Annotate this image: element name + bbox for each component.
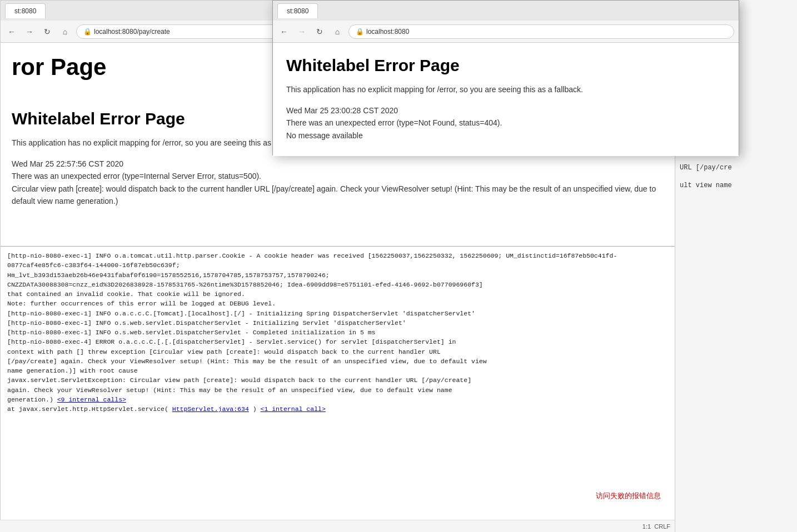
log-line-4: that contained an invalid cookie. That c… xyxy=(7,289,671,299)
log-line-1: [http-nio-8080-exec-1] INFO o.a.tomcat.u… xyxy=(7,251,671,270)
bg-error-line2: Circular view path [create]: would dispa… xyxy=(12,183,666,208)
red-label-text: 访问失败的报错信息 xyxy=(596,492,661,500)
bg-log-section: [http-nio-8080-exec-1] INFO o.a.tomcat.u… xyxy=(1,246,678,513)
fg-reload-button[interactable]: ↻ xyxy=(313,25,326,38)
log-line-15: generation.) <9 internal calls> xyxy=(7,395,671,404)
log-at-end: ) xyxy=(253,405,261,413)
bg-error-line1: There was an unexpected error (type=Inte… xyxy=(12,170,666,182)
fg-address-bar: ← → ↻ ⌂ 🔒 localhost:8080 xyxy=(273,21,739,43)
status-bar: 1:1 CRLF xyxy=(0,520,675,532)
httpservlet-link[interactable]: HttpServlet.java:634 xyxy=(172,405,249,413)
log-at-text: at javax.servlet.http.HttpServlet.servic… xyxy=(7,405,168,413)
log-line-5: Note: further occurrences of this error … xyxy=(7,299,671,308)
status-encoding: CRLF xyxy=(654,523,670,530)
fg-forward-button[interactable]: → xyxy=(295,25,308,38)
internal-calls-link[interactable]: <9 internal calls> xyxy=(57,396,126,403)
fg-back-button[interactable]: ← xyxy=(277,25,291,38)
bg-url-text: localhost:8080/pay/create xyxy=(94,28,170,36)
log-line-9: [http-nio-8080-exec-4] ERROR o.a.c.c.C.[… xyxy=(7,337,671,347)
home-button[interactable]: ⌂ xyxy=(58,25,72,38)
log-line-10: context with path [] threw exception [Ci… xyxy=(7,347,671,357)
reload-button[interactable]: ↻ xyxy=(41,25,54,38)
fg-error-details: Wed Mar 25 23:00:28 CST 2020 There was a… xyxy=(286,104,725,142)
log-line-2: Hm_lvt_b393d153aeb26b46e9431fabaf0f6190=… xyxy=(7,270,671,280)
log-line-12: name generation.)] with root cause xyxy=(7,366,671,375)
log-line-14: again. Check your ViewResolver setup! (H… xyxy=(7,385,671,395)
fg-tab-bar: st:8080 xyxy=(273,1,739,21)
log-line-15-text: generation.) xyxy=(7,396,57,403)
log-line-11: [/pay/create] again. Check your ViewReso… xyxy=(7,357,671,366)
fg-error-title: Whitelabel Error Page xyxy=(286,56,725,75)
bg-partial-title: ror Page xyxy=(12,54,106,81)
fg-error-line1: There was an unexpected error (type=Not … xyxy=(286,117,725,129)
status-position: 1:1 xyxy=(642,523,651,530)
fg-tab[interactable]: st:8080 xyxy=(277,3,318,18)
back-button[interactable]: ← xyxy=(5,25,18,38)
fg-url-input[interactable]: 🔒 localhost:8080 xyxy=(348,24,734,39)
forward-button[interactable]: → xyxy=(23,25,36,38)
fg-error-line2: No message available xyxy=(286,129,725,142)
lock-icon: 🔒 xyxy=(83,28,92,36)
fg-home-button[interactable]: ⌂ xyxy=(331,25,344,38)
right-item-16: URL [/pay/cre xyxy=(680,162,793,174)
fg-url-text: localhost:8080 xyxy=(366,28,409,36)
red-annotation: 访问失败的报错信息 xyxy=(596,491,661,502)
fg-lock-icon: 🔒 xyxy=(356,28,364,36)
bg-error-details: Wed Mar 25 22:57:56 CST 2020 There was a… xyxy=(12,158,666,208)
foreground-browser: st:8080 ← → ↻ ⌂ 🔒 localhost:8080 Whitela… xyxy=(272,0,739,155)
log-line-13: javax.servlet.ServletException: Circular… xyxy=(7,375,671,385)
log-line-3: CNZZDATA30088308=cnzz_eid%3D2026838928-1… xyxy=(7,280,671,289)
log-line-6: [http-nio-8080-exec-1] INFO o.a.c.c.C.[T… xyxy=(7,309,671,318)
log-line-16: at javax.servlet.http.HttpServlet.servic… xyxy=(7,404,671,414)
right-item-17: ult view name xyxy=(680,180,793,192)
bg-timestamp: Wed Mar 25 22:57:56 CST 2020 xyxy=(12,158,666,170)
bg-tab[interactable]: st:8080 xyxy=(5,3,46,18)
fg-page-content: Whitelabel Error Page This application h… xyxy=(273,43,739,156)
fg-timestamp: Wed Mar 25 23:00:28 CST 2020 xyxy=(286,104,725,117)
internal-call-link[interactable]: <1 internal call> xyxy=(261,405,326,413)
log-line-8: [http-nio-8080-exec-1] INFO o.s.web.serv… xyxy=(7,328,671,337)
log-line-7: [http-nio-8080-exec-1] INFO o.s.web.serv… xyxy=(7,318,671,328)
fg-error-desc: This application has no explicit mapping… xyxy=(286,84,725,96)
